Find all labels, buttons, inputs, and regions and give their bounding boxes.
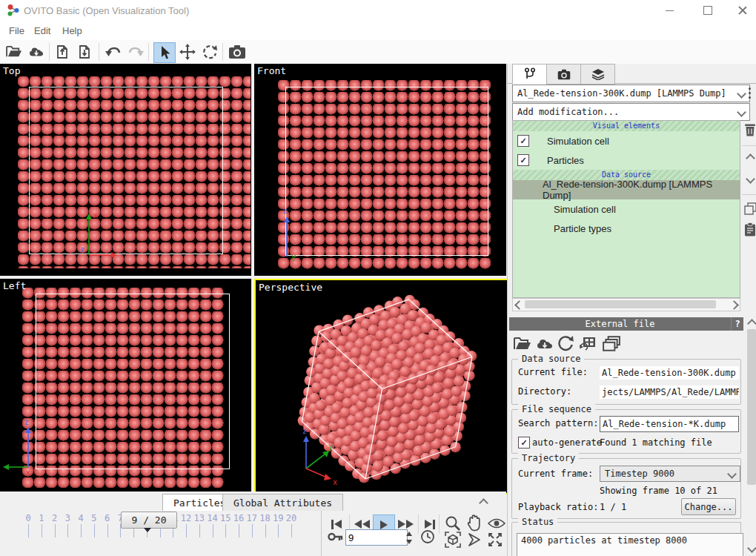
tick-mark (107, 524, 108, 537)
auto-key-icon[interactable] (328, 531, 344, 543)
close-button[interactable] (729, 0, 756, 21)
pipeline-editor-list: Visual elements ✓ Simulation cell ✓ Part… (512, 120, 740, 298)
search-pattern-input[interactable]: Al_Rede-tension-*K.dump (600, 416, 739, 432)
tick-label: 5 (88, 513, 100, 523)
list-item-particles[interactable]: ✓ Particles (513, 150, 740, 170)
maximize-viewport-icon[interactable] (488, 532, 503, 547)
file-series-icon[interactable] (603, 335, 620, 353)
render-viewport-arrow-icon[interactable] (467, 532, 482, 547)
undo-button[interactable] (103, 42, 124, 62)
camera-icon (228, 44, 246, 59)
animation-settings-clock-icon[interactable] (420, 529, 435, 544)
toolbar-separator (49, 43, 50, 61)
clipboard-icon (744, 222, 756, 236)
frame-number-input[interactable] (345, 529, 408, 546)
open-file-button[interactable] (4, 42, 24, 62)
viewport-top[interactable]: Top x z (0, 64, 251, 276)
collapse-inspector-button[interactable] (480, 497, 487, 509)
match-info: Found 1 matching file (600, 437, 712, 448)
rotate-mode-button[interactable] (199, 42, 220, 62)
checkbox-checked[interactable]: ✓ (517, 135, 529, 147)
tick-mark (28, 524, 29, 537)
redo-icon (127, 45, 145, 59)
minimize-button[interactable] (652, 0, 686, 21)
orbit-mode-eye-icon[interactable] (487, 517, 506, 529)
status-message: 4000 particles at timestep 8000 (521, 535, 687, 546)
delete-modifier-button[interactable] (743, 123, 756, 136)
reload-file-icon[interactable] (557, 335, 574, 353)
move-modifier-up-button[interactable] (743, 151, 756, 165)
selection-mode-button[interactable] (153, 42, 176, 63)
viewport-area: Top x z Front z y Left z x (0, 64, 506, 492)
pipeline-selector-combo[interactable]: Al_Rede-tension-300K.dump [LAMMPS Dump] (512, 85, 750, 102)
paste-pipeline-button[interactable] (743, 222, 756, 236)
current-frame-dropdown[interactable]: Timestep 9000 (600, 466, 740, 482)
checkbox-checked[interactable]: ✓ (517, 154, 529, 166)
toolbar-separator (148, 43, 149, 61)
copy-pipeline-button[interactable] (743, 202, 756, 215)
zoom-scene-extents-icon[interactable] (445, 532, 461, 548)
viewport-front[interactable]: Front z y (254, 64, 506, 276)
skip-start-icon (331, 520, 334, 529)
pick-new-file-icon[interactable] (514, 335, 531, 353)
add-modification-combo[interactable]: Add modification... (512, 103, 750, 121)
tab-pipeline[interactable] (512, 64, 547, 85)
viewport-left[interactable]: Left z x (0, 279, 251, 492)
viewport-perspective[interactable]: Perspective z y x (254, 279, 509, 494)
redo-button[interactable] (125, 42, 146, 62)
scroll-right-button[interactable] (728, 302, 740, 308)
list-item-simulation-cell[interactable]: ✓ Simulation cell (513, 131, 740, 150)
viewport-label-top: Top (3, 65, 20, 76)
list-item-particle-types[interactable]: Particle types (513, 219, 740, 238)
minimize-icon (666, 10, 674, 11)
directory-value: jects/LAMMPS/Al_Rede/LAMMPS-Cal (600, 385, 739, 399)
chevron-down-icon[interactable] (747, 543, 756, 553)
list-item-simulation-cell-data[interactable]: Simulation cell (513, 199, 740, 219)
trash-icon (744, 123, 756, 136)
properties-vscrollbar[interactable] (746, 317, 756, 556)
change-playback-ratio-button[interactable]: Change... (681, 498, 736, 515)
pipeline-menu-button[interactable] (744, 85, 755, 101)
vscroll-thumb[interactable] (747, 329, 756, 485)
chevron-left-icon (514, 300, 524, 310)
pipeline-list-hscrollbar[interactable] (512, 298, 740, 311)
update-trajectory-frames-icon[interactable] (579, 335, 597, 353)
svg-text:y: y (328, 443, 333, 451)
pan-mode-hand-icon[interactable] (466, 514, 483, 532)
tab-rendering[interactable] (546, 64, 581, 85)
menu-edit[interactable]: Edit (30, 24, 55, 38)
external-file-panel-header[interactable]: External file ? (509, 317, 743, 331)
chevron-up-icon[interactable] (747, 319, 756, 328)
group-data-source: Data source Current file: Al_Rede-tensio… (511, 359, 741, 405)
frame-slider-button[interactable]: 9 / 20 (121, 512, 177, 529)
tick-mark (199, 524, 200, 537)
save-session-button[interactable] (53, 42, 73, 62)
pick-remote-file-icon[interactable] (536, 335, 554, 353)
tab-overlays[interactable] (580, 64, 615, 85)
titlebar: OVITO Basic (Open Visualization Tool) (0, 0, 756, 21)
frame-spinner[interactable] (405, 529, 414, 546)
open-remote-file-button[interactable] (26, 42, 47, 62)
tick-label: 15 (219, 513, 231, 523)
scroll-left-button[interactable] (513, 302, 525, 308)
tick-label: 2 (49, 513, 61, 523)
zoom-mode-icon[interactable] (445, 515, 461, 532)
layers-icon (591, 68, 605, 80)
maximize-button[interactable] (691, 0, 725, 21)
tick-label: 20 (285, 513, 297, 523)
export-file-button[interactable] (75, 42, 96, 62)
axis-tripod-left: z x (1, 418, 53, 477)
current-file-value: Al_Rede-tension-300K.dump (600, 366, 739, 380)
auto-generate-label: auto-generate (532, 437, 602, 448)
help-button[interactable]: ? (731, 317, 743, 331)
auto-generate-checkbox[interactable]: ✓ (518, 437, 530, 449)
translate-mode-button[interactable] (177, 42, 198, 62)
tab-global-attributes[interactable]: Global Attributes (222, 494, 343, 511)
list-item-source-file[interactable]: Al_Rede-tension-300K.dump [LAMMPS Dump] (513, 180, 740, 199)
hscroll-thumb[interactable] (525, 300, 716, 308)
render-button[interactable] (227, 42, 248, 62)
menu-file[interactable]: File (4, 24, 29, 38)
open-folder-icon (6, 45, 22, 59)
menu-help[interactable]: Help (58, 24, 87, 38)
move-modifier-down-button[interactable] (743, 172, 756, 185)
